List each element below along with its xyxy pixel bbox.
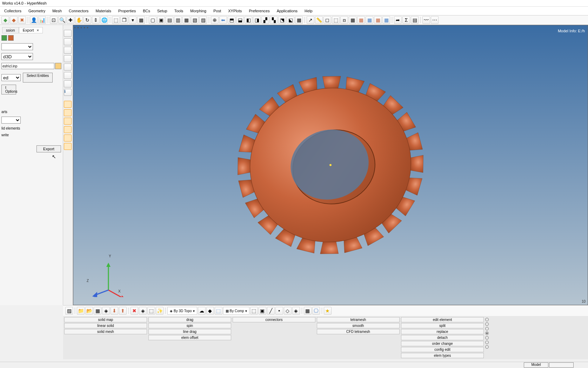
panel-elem-offset[interactable]: elem offset [148, 335, 231, 340]
toolbar-plus-icon[interactable]: ✚ [67, 16, 74, 24]
info-icon[interactable]: ℹ [64, 89, 72, 96]
toolbar-sphere-icon[interactable]: ⊕ [211, 16, 219, 24]
panel-cfd-tetramesh[interactable]: CFD tetramesh [317, 329, 400, 334]
toolbar-curve-icon[interactable]: 〰 [422, 16, 430, 24]
menu-materials[interactable]: Materials [92, 8, 115, 14]
template-dropdown[interactable]: d3D [1, 53, 33, 60]
radio-6[interactable] [485, 341, 489, 344]
parts-dropdown[interactable] [1, 117, 21, 124]
toolbar-undo-icon[interactable]: ▦ [137, 16, 145, 24]
toolbar-mesh-icon[interactable]: ▦ [295, 16, 303, 24]
panel-line-drag[interactable]: line drag [148, 329, 231, 334]
export-button[interactable]: Export [36, 145, 61, 152]
bt-icon-4[interactable]: ◈ [102, 307, 110, 315]
panel-solid-mesh[interactable]: solid mesh [64, 329, 147, 334]
strip-icon-5[interactable] [64, 64, 72, 71]
toolbar-fn3-icon[interactable]: ▤ [411, 16, 419, 24]
menu-connectors[interactable]: Connectors [65, 8, 92, 14]
toolbar-copy-icon[interactable]: ❐ [120, 16, 128, 24]
toolbar-window1-icon[interactable]: ▢ [149, 16, 156, 24]
bt-icon-6[interactable]: ⬆ [119, 307, 127, 315]
menu-bcs[interactable]: BCs [139, 8, 154, 14]
toolbar-view-r-icon[interactable]: ◨ [253, 16, 261, 24]
menu-tools[interactable]: Tools [171, 8, 187, 14]
panel-order-change[interactable]: order change [401, 341, 484, 346]
bt-wirecube-icon[interactable]: ⬚ [250, 307, 258, 315]
toolbar-window5-icon[interactable]: ▦ [182, 16, 190, 24]
menu-morphing[interactable]: Morphing [187, 8, 210, 14]
close-icon[interactable]: × [37, 28, 39, 32]
panel-linear-solid[interactable]: linear solid [64, 323, 147, 328]
browse-icon[interactable] [55, 63, 61, 69]
panel-replace[interactable]: replace [401, 329, 484, 334]
radio-7[interactable] [485, 345, 489, 349]
by-3d-topo-combo[interactable]: ◈By 3D Topo▾ [167, 307, 197, 315]
geom-icon[interactable] [8, 35, 14, 41]
toolbar-dots-icon[interactable]: ⋯ [431, 16, 439, 24]
radio-1[interactable] [485, 318, 489, 321]
toolbar-window6-icon[interactable]: ▧ [191, 16, 199, 24]
radio-3[interactable] [485, 327, 489, 330]
bt-icon-2[interactable]: 📂 [85, 307, 93, 315]
menu-geometry[interactable]: Geometry [25, 8, 49, 14]
toolbar-cube2-icon[interactable]: ⬚ [332, 16, 340, 24]
menu-post[interactable]: Post [210, 8, 225, 14]
toolbar-window4-icon[interactable]: ▥ [174, 16, 182, 24]
toolbar-save-icon[interactable]: ✖ [18, 16, 26, 24]
menu-applications[interactable]: Applications [273, 8, 301, 14]
strip-icon-3[interactable] [64, 47, 72, 54]
strip-icon-6[interactable] [64, 72, 72, 79]
solver-icon[interactable] [1, 35, 7, 41]
menu-preferences[interactable]: Preferences [245, 8, 273, 14]
bt-icon-7[interactable]: ◈ [139, 307, 147, 315]
toolbar-cube4-icon[interactable]: ▦ [349, 16, 356, 24]
menu-help[interactable]: Help [301, 8, 316, 14]
bt-solidcube-icon[interactable]: ▣ [259, 307, 266, 315]
menu-properties[interactable]: Properties [115, 8, 139, 14]
toolbar-paste-icon[interactable]: ▾ [129, 16, 136, 24]
bt-icon-1[interactable]: 📁 [77, 307, 85, 315]
strip-icon-2[interactable] [64, 38, 72, 45]
radio-2[interactable] [485, 322, 489, 326]
toolbar-select-icon[interactable]: ⬚ [112, 16, 120, 24]
strip-icon-12[interactable] [64, 134, 72, 142]
panel-detach[interactable]: detach [401, 335, 484, 340]
panel-tetramesh[interactable]: tetramesh [317, 317, 400, 322]
by-comp-combo[interactable]: ▦By Comp▾ [223, 307, 249, 315]
toolbar-grid4-icon[interactable]: ▦ [382, 16, 390, 24]
toolbar-window7-icon[interactable]: ▨ [199, 16, 207, 24]
panel-split[interactable]: split [401, 323, 484, 328]
toolbar-view-t-icon[interactable]: ⬒ [228, 16, 235, 24]
toolbar-arrows-icon[interactable]: ⇕ [92, 16, 100, 24]
panel-config-edit[interactable]: config edit [401, 347, 484, 352]
export-options-button[interactable]: t Options [1, 85, 16, 94]
toolbar-cube3-icon[interactable]: ⧈ [340, 16, 348, 24]
bt-display-icon[interactable]: 🖵 [312, 307, 320, 315]
bt-icon-3[interactable]: ▦ [94, 307, 101, 315]
toolbar-zoom-icon[interactable]: 🔍 [58, 16, 66, 24]
menu-xyplots[interactable]: XYPlots [225, 8, 245, 14]
toolbar-cube1-icon[interactable]: ◻ [323, 16, 331, 24]
strip-icon-9[interactable] [64, 109, 72, 116]
panel-elem-types[interactable]: elem types [401, 353, 484, 358]
bt-icon-8[interactable]: ⬚ [147, 307, 155, 315]
toolbar-chart-icon[interactable]: 📊 [38, 16, 46, 24]
bt-delete-icon[interactable]: ✖ [131, 307, 138, 315]
tab-export[interactable]: Export × [19, 27, 43, 33]
bt-diamond-icon[interactable]: ◇ [284, 307, 292, 315]
toolbar-view-p3-icon[interactable]: ⬔ [278, 16, 286, 24]
toolbar-grid3-icon[interactable]: ▦ [374, 16, 382, 24]
bt-solid-icon[interactable]: ◆ [206, 307, 214, 315]
toolbar-ruler-icon[interactable]: 📏 [315, 16, 323, 24]
toolbar-rotate-icon[interactable]: ↻ [83, 16, 91, 24]
file-path-input[interactable] [1, 63, 54, 69]
toolbar-grid2-icon[interactable]: ▦ [366, 16, 373, 24]
toolbar-view-l-icon[interactable]: ◧ [245, 16, 252, 24]
bt-icon-9[interactable]: ✨ [156, 307, 163, 315]
strip-icon-11[interactable] [64, 126, 72, 133]
toolbar-view-p1-icon[interactable]: ▞ [261, 16, 269, 24]
toolbar-globe-icon[interactable]: 🌐 [100, 16, 108, 24]
panel-connectors[interactable]: connectors [233, 317, 315, 322]
toolbar-open-icon[interactable]: ◆ [10, 16, 18, 24]
menu-setup[interactable]: Setup [154, 8, 171, 14]
